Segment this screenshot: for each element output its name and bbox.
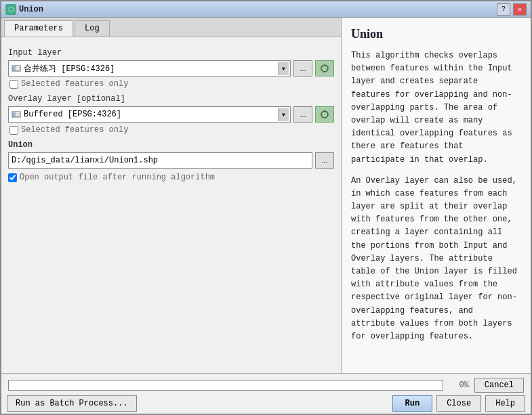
progress-row: 0% Cancel [1, 374, 531, 395]
input-layer-options-button[interactable]: ... [293, 60, 312, 77]
close-window-button[interactable]: ✕ [513, 3, 527, 16]
app-icon: ⬡ [5, 4, 16, 15]
overlay-selected-only-checkbox[interactable] [9, 126, 18, 135]
bottom-bar: 0% Cancel Run as Batch Process... Run Cl… [1, 373, 531, 414]
refresh-icon [319, 63, 330, 74]
input-selected-only-checkbox[interactable] [9, 80, 18, 89]
overlay-selected-only-row: Selected features only [9, 125, 334, 135]
help-paragraph-2: An Overlay layer can also be used, in wh… [351, 175, 521, 343]
left-panel: Parameters Log Input layer [1, 18, 342, 373]
input-layer-arrow[interactable]: ▼ [278, 62, 289, 75]
main-window: ⬡ Union ? ✕ Parameters Log Input layer [0, 0, 532, 415]
window-controls: ? ✕ [497, 3, 527, 16]
layer-icon [12, 64, 21, 73]
help-window-button[interactable]: ? [497, 3, 510, 16]
help-panel: Union This algorithm checks overlaps bet… [342, 18, 531, 373]
overlay-layer-value: Buffered [EPSG:4326] [24, 110, 121, 119]
overlay-layer-icon [12, 110, 21, 119]
run-button[interactable]: Run [392, 395, 433, 412]
input-layer-dropdown[interactable]: 合并练习 [EPSG:4326] ▼ [8, 60, 291, 77]
union-output-label: Union [8, 140, 334, 150]
union-file-row: ... [8, 152, 334, 169]
help-button[interactable]: Help [485, 395, 525, 412]
overlay-layer-options-button[interactable]: ... [293, 106, 312, 123]
help-paragraph-1: This algorithm checks overlaps between f… [351, 49, 521, 167]
cancel-button[interactable]: Cancel [474, 378, 524, 393]
overlay-layer-dropdown[interactable]: Buffered [EPSG:4326] ▼ [8, 106, 291, 123]
overlay-selected-only-label: Selected features only [21, 125, 128, 135]
tab-log[interactable]: Log [75, 20, 110, 37]
action-row: Run as Batch Process... Run Close Help [1, 395, 531, 415]
svg-rect-1 [12, 66, 16, 71]
close-button[interactable]: Close [436, 395, 481, 412]
progress-bar-background [8, 380, 443, 391]
tabs: Parameters Log [1, 18, 341, 37]
union-file-options-button[interactable]: ... [315, 152, 334, 169]
tab-parameters[interactable]: Parameters [4, 20, 73, 37]
svg-rect-6 [12, 112, 16, 117]
open-after-checkbox[interactable] [8, 173, 17, 182]
open-after-label: Open output file after running algorithm [20, 173, 215, 182]
window-title: Union [19, 5, 497, 14]
overlay-layer-arrow[interactable]: ▼ [278, 108, 289, 121]
run-as-batch-button[interactable]: Run as Batch Process... [7, 395, 137, 412]
overlay-refresh-icon [319, 109, 330, 120]
input-selected-only-label: Selected features only [21, 79, 128, 89]
overlay-layer-refresh-button[interactable] [315, 106, 334, 123]
open-after-row: Open output file after running algorithm [8, 173, 334, 182]
union-file-input[interactable] [8, 152, 312, 169]
progress-percent: 0% [449, 380, 469, 390]
overlay-layer-label: Overlay layer [optional] [8, 94, 334, 104]
parameters-panel: Input layer 合并练习 [EPSG:4326] ▼ [1, 37, 341, 373]
input-layer-value: 合并练习 [EPSG:4326] [24, 63, 115, 74]
title-bar: ⬡ Union ? ✕ [1, 1, 531, 18]
input-layer-row: 合并练习 [EPSG:4326] ▼ ... [8, 60, 334, 77]
overlay-layer-row: Buffered [EPSG:4326] ▼ ... [8, 106, 334, 123]
input-layer-refresh-button[interactable] [315, 60, 334, 77]
main-content: Parameters Log Input layer [1, 18, 531, 373]
input-layer-label: Input layer [8, 48, 334, 58]
input-selected-only-row: Selected features only [9, 79, 334, 89]
help-title: Union [351, 27, 521, 41]
